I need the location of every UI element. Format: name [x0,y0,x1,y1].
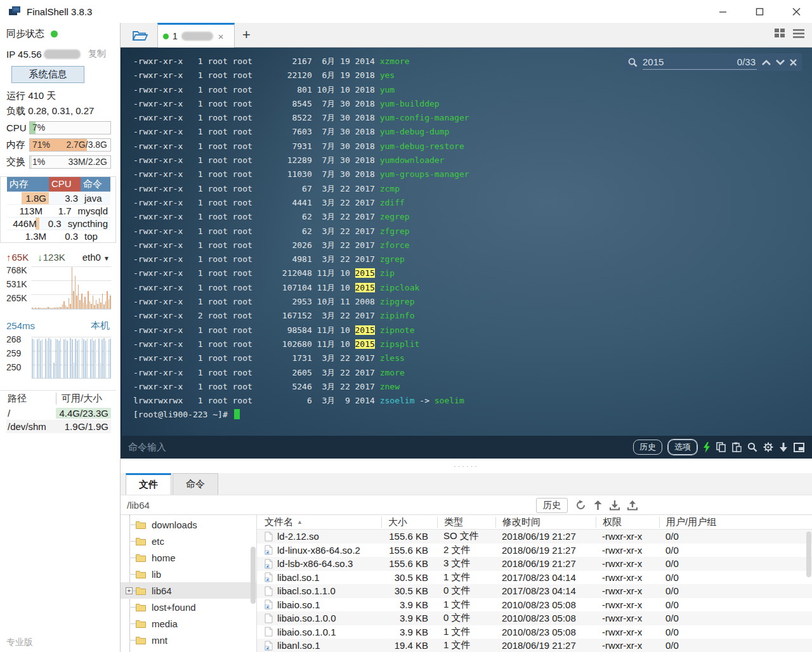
terminal-tab[interactable]: 1 × [157,23,235,48]
close-button[interactable] [792,7,801,16]
copy-icon[interactable] [716,442,726,452]
process-row[interactable]: 446M0.3syncthing [7,217,110,230]
chart-bar [72,267,73,309]
file-row[interactable]: ld-2.12.so155.6 KBSO 文件2018/06/19 21:27-… [257,530,812,544]
refresh-icon[interactable] [575,500,586,511]
tree-item-lib[interactable]: lib [121,566,256,582]
ping-host-label[interactable]: 本机 [91,320,110,332]
command-input[interactable]: 命令输入 [128,441,627,453]
tree-item-lib64[interactable]: +lib64 [121,582,256,599]
memory-detail: 2.7G/3.8G [66,140,107,150]
process-col-cpu[interactable]: CPU [49,177,81,192]
new-tab-button[interactable]: + [242,27,251,43]
copy-ip-button[interactable]: 复制 [88,48,106,60]
monitor-icon[interactable] [794,443,804,452]
col-mtime[interactable]: 修改时间 [495,517,596,528]
disk-table-header[interactable]: 路径 可用/大小 [6,391,111,407]
file-table[interactable]: 文件名▲ 大小 类型 修改时间 权限 用户/用户组 ld-2.12.so155.… [257,515,812,652]
tree-scrollbar[interactable] [251,547,256,604]
disk-col-path[interactable]: 路径 [6,393,56,405]
file-size: 30.5 KB [381,585,437,596]
tree-item-downloads[interactable]: downloads [121,516,256,533]
col-perms[interactable]: 权限 [596,517,659,528]
tab-close-icon[interactable]: × [218,31,224,42]
download-icon[interactable] [610,500,620,511]
search-close-icon[interactable] [790,59,797,66]
terminal[interactable]: -rwxr-xr-x 1 root root 2167 6月 19 2014 x… [121,48,812,436]
expand-icon[interactable]: + [126,587,133,594]
tab-commands[interactable]: 命令 [173,473,218,495]
file-mtime: 2018/06/19 21:27 [495,558,596,569]
tree-item-lost+found[interactable]: lost+found [121,599,256,615]
col-owner[interactable]: 用户/用户组 [659,517,812,528]
panel-splitter[interactable]: ······ [121,459,812,473]
tree-item-partial[interactable] [121,648,256,652]
terminal-line: -rwxr-xr-x 1 root root 2605 3月 22 2017 z… [133,366,812,380]
scroll-down-icon[interactable] [779,442,788,452]
folder-icon [136,620,146,628]
grid-view-icon[interactable] [775,29,785,38]
file-row[interactable]: ld-linux-x86-64.so.2155.6 KB2 文件2018/06/… [257,544,812,557]
network-summary: ↑65K ↓123K eth0 ▼ [0,252,115,263]
file-row[interactable]: ld-lsb-x86-64.so.3155.6 KB3 文件2018/06/19… [257,557,812,571]
file-row[interactable]: libanl.so.119.4 KB1 文件2018/06/19 21:27-r… [257,639,812,652]
process-row[interactable]: 1.3M0.3top [7,230,110,242]
parent-directory-icon[interactable] [594,500,602,511]
swap-label: 交换 [6,156,29,168]
menu-icon[interactable] [793,29,804,38]
file-perms: -rwxr-xr-x [596,640,659,651]
file-type: 1 文件 [437,599,495,611]
process-col-command[interactable]: 命令 [81,177,110,192]
col-size[interactable]: 大小 [381,517,437,528]
open-connection-folder-icon[interactable] [131,28,150,43]
disk-col-avail[interactable]: 可用/大小 [56,393,111,405]
col-type[interactable]: 类型 [437,517,495,528]
process-table-header[interactable]: 内存 CPU 命令 [7,177,110,192]
terminal-line: -rwxr-xr-x 1 root root 11030 7月 30 2018 … [133,167,812,181]
file-name: libaio.so.1 [277,599,320,610]
tree-item-mnt[interactable]: mnt [121,632,256,648]
system-info-button[interactable]: 系统信息 [11,66,84,83]
terminal-line: -rwxr-xr-x 1 root root 107104 11月 10 201… [133,281,812,295]
minimize-button[interactable] [718,7,727,16]
directory-tree[interactable]: downloadsetchomelib+lib64lost+foundmedia… [121,515,257,652]
lightning-icon[interactable] [703,442,710,453]
file-row[interactable]: libaio.so.1.0.03.9 KB0 文件2010/08/23 05:0… [257,611,812,625]
col-filename[interactable]: 文件名▲ [257,517,381,528]
file-row[interactable]: libaio.so.1.0.13.9 KB1 文件2010/08/23 05:0… [257,625,812,639]
upload-arrow-icon: ↑ [6,252,11,263]
tree-item-media[interactable]: media [121,615,256,632]
search-input[interactable]: 2015 0/33 [643,55,757,70]
chart-bar [34,308,35,309]
upload-icon[interactable] [627,500,638,511]
file-size: 3.9 KB [381,627,437,637]
file-perms: -rwxr-xr-x [596,613,659,623]
search-prev-icon[interactable] [762,60,771,65]
process-col-memory[interactable]: 内存 [7,177,49,192]
maximize-button[interactable] [755,7,764,16]
paste-icon[interactable] [732,442,742,452]
file-icon [265,627,273,637]
path-history-button[interactable]: 历史 [536,498,568,513]
tree-item-home[interactable]: home [121,549,256,566]
chart-bar [41,308,43,309]
interface-selector[interactable]: eth0 ▼ [82,252,110,263]
file-row[interactable]: libaio.so.13.9 KB1 文件2010/08/23 05:08-rw… [257,598,812,612]
options-button[interactable]: 选项 [668,440,697,455]
file-row[interactable]: libacl.so.1.1.030.5 KB0 文件2017/08/23 04:… [257,584,812,598]
search-next-icon[interactable] [776,60,785,65]
terminal-output[interactable]: -rwxr-xr-x 1 root root 2167 6月 19 2014 x… [122,48,812,422]
tree-item-etc[interactable]: etc [121,533,256,549]
terminal-search-icon[interactable] [747,442,757,452]
search-query[interactable]: 2015 [643,56,737,67]
file-type: 3 文件 [437,557,495,570]
terminal-cursor[interactable] [234,409,240,419]
file-row[interactable]: libacl.so.130.5 KB1 文件2017/08/23 04:14-r… [257,571,812,585]
process-row[interactable]: 113M1.7mysqld [7,204,110,217]
tab-files[interactable]: 文件 [126,473,171,495]
gear-icon[interactable] [763,442,773,452]
current-path[interactable]: /lib64 [127,500,150,511]
history-button[interactable]: 历史 [633,440,662,455]
table-scrollbar[interactable] [806,531,811,577]
process-row[interactable]: 1.8G3.3java [7,192,110,204]
